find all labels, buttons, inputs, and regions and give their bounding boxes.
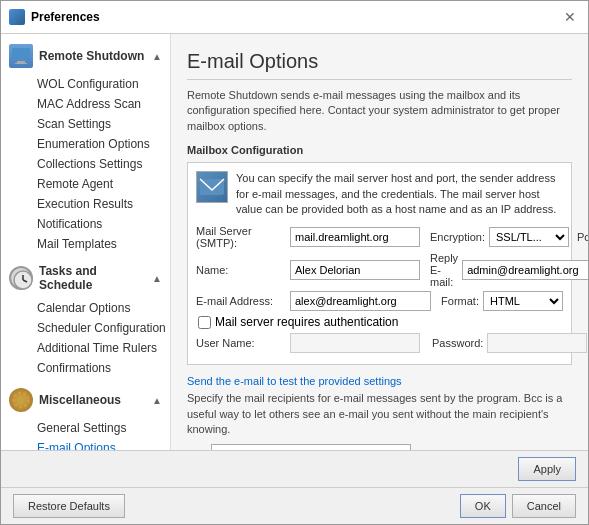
page-title: E-mail Options: [187, 50, 572, 80]
mailbox-info-icon: [196, 171, 228, 203]
email-address-label: E-mail Address:: [196, 295, 286, 307]
username-label: User Name:: [196, 337, 286, 349]
restore-defaults-button[interactable]: Restore Defaults: [13, 494, 125, 518]
sidebar-item-remote-agent[interactable]: Remote Agent: [1, 174, 170, 194]
sidebar-item-confirmations[interactable]: Confirmations: [1, 358, 170, 378]
sidebar-item-calendar[interactable]: Calendar Options: [1, 298, 170, 318]
recipients-description: Specify the mail recipients for e-mail m…: [187, 391, 572, 437]
auth-checkbox[interactable]: [198, 316, 211, 329]
window-title: Preferences: [31, 10, 100, 24]
main-description: Remote Shutdown sends e-mail messages us…: [187, 88, 572, 134]
sidebar-section-header-misc[interactable]: Miscellaneous ▲: [1, 382, 170, 418]
password-label: Password:: [432, 337, 483, 349]
sidebar-item-time-rulers[interactable]: Additional Time Rulers: [1, 338, 170, 358]
sidebar-item-enum[interactable]: Enumeration Options: [1, 134, 170, 154]
sidebar-item-email[interactable]: E-mail Options: [1, 438, 170, 450]
sidebar-section-header-tasks[interactable]: Tasks and Schedule ▲: [1, 258, 170, 298]
sidebar-item-exec-results[interactable]: Execution Results: [1, 194, 170, 214]
app-icon: [9, 9, 25, 25]
preferences-window: Preferences ✕ Remote Shutdown ▲ WOL Conf…: [0, 0, 589, 525]
svg-rect-1: [17, 61, 25, 63]
auth-checkbox-label: Mail server requires authentication: [215, 315, 398, 329]
apply-bar: Apply: [1, 450, 588, 487]
misc-label: Miscellaneous: [39, 393, 121, 407]
svg-rect-0: [12, 48, 30, 60]
remote-shutdown-label: Remote Shutdown: [39, 49, 144, 63]
username-input[interactable]: [290, 333, 420, 353]
sidebar-section-tasks: Tasks and Schedule ▲ Calendar Options Sc…: [1, 258, 170, 378]
svg-rect-2: [15, 63, 27, 64]
mailbox-info-row: You can specify the mail server host and…: [196, 171, 563, 217]
sidebar-item-scheduler[interactable]: Scheduler Configuration: [1, 318, 170, 338]
computer-icon: [9, 44, 33, 68]
clock-icon: [9, 266, 33, 290]
name-row: Name: Reply E-mail:: [196, 252, 563, 288]
sidebar-item-wol[interactable]: WOL Configuration: [1, 74, 170, 94]
main-panel: E-mail Options Remote Shutdown sends e-m…: [171, 34, 588, 450]
collapse-icon-tasks: ▲: [152, 273, 162, 284]
gear-icon: [9, 388, 33, 412]
sidebar: Remote Shutdown ▲ WOL Configuration MAC …: [1, 34, 171, 450]
reply-email-input[interactable]: [462, 260, 588, 280]
name-label: Name:: [196, 264, 286, 276]
format-select[interactable]: HTML Plain Text: [483, 291, 563, 311]
sidebar-section-misc: Miscellaneous ▲ General Settings E-mail …: [1, 382, 170, 450]
port-label: Port:: [577, 231, 588, 243]
ok-button[interactable]: OK: [460, 494, 506, 518]
title-bar-left: Preferences: [9, 9, 100, 25]
user-pass-row: User Name: Password:: [196, 333, 563, 353]
mail-server-input[interactable]: [290, 227, 420, 247]
encryption-label: Encryption:: [430, 231, 485, 243]
content-area: Remote Shutdown ▲ WOL Configuration MAC …: [1, 34, 588, 450]
footer-bar: Restore Defaults OK Cancel: [1, 487, 588, 524]
sidebar-item-mac[interactable]: MAC Address Scan: [1, 94, 170, 114]
mail-server-row: Mail Server (SMTP): Encryption: SSL/TL..…: [196, 225, 563, 249]
close-button[interactable]: ✕: [560, 7, 580, 27]
sidebar-item-notifications[interactable]: Notifications: [1, 214, 170, 234]
format-label: Format:: [441, 295, 479, 307]
auth-checkbox-row: Mail server requires authentication: [196, 315, 563, 329]
name-input[interactable]: [290, 260, 420, 280]
sidebar-item-general[interactable]: General Settings: [1, 418, 170, 438]
cancel-button[interactable]: Cancel: [512, 494, 576, 518]
send-test-link[interactable]: Send the e-mail to test the provided set…: [187, 375, 572, 387]
mailbox-info-text: You can specify the mail server host and…: [236, 171, 563, 217]
sidebar-item-collections[interactable]: Collections Settings: [1, 154, 170, 174]
sidebar-section-remote-shutdown: Remote Shutdown ▲ WOL Configuration MAC …: [1, 38, 170, 254]
apply-button[interactable]: Apply: [518, 457, 576, 481]
mailbox-config-box: You can specify the mail server host and…: [187, 162, 572, 365]
ok-cancel-group: OK Cancel: [460, 494, 576, 518]
collapse-icon-remote: ▲: [152, 51, 162, 62]
email-address-input[interactable]: [290, 291, 431, 311]
encryption-select[interactable]: SSL/TL... None STARTTLS: [489, 227, 569, 247]
collapse-icon-misc: ▲: [152, 395, 162, 406]
title-bar: Preferences ✕: [1, 1, 588, 34]
password-input[interactable]: [487, 333, 587, 353]
svg-point-6: [17, 396, 25, 404]
mailbox-section-label: Mailbox Configuration: [187, 144, 572, 156]
sidebar-item-mail-tpl[interactable]: Mail Templates: [1, 234, 170, 254]
sidebar-section-header-remote-shutdown[interactable]: Remote Shutdown ▲: [1, 38, 170, 74]
email-address-row: E-mail Address: Format: HTML Plain Text: [196, 291, 563, 311]
sidebar-item-scan[interactable]: Scan Settings: [1, 114, 170, 134]
reply-email-label: Reply E-mail:: [430, 252, 458, 288]
tasks-label: Tasks and Schedule: [39, 264, 146, 292]
mail-server-label: Mail Server (SMTP):: [196, 225, 286, 249]
